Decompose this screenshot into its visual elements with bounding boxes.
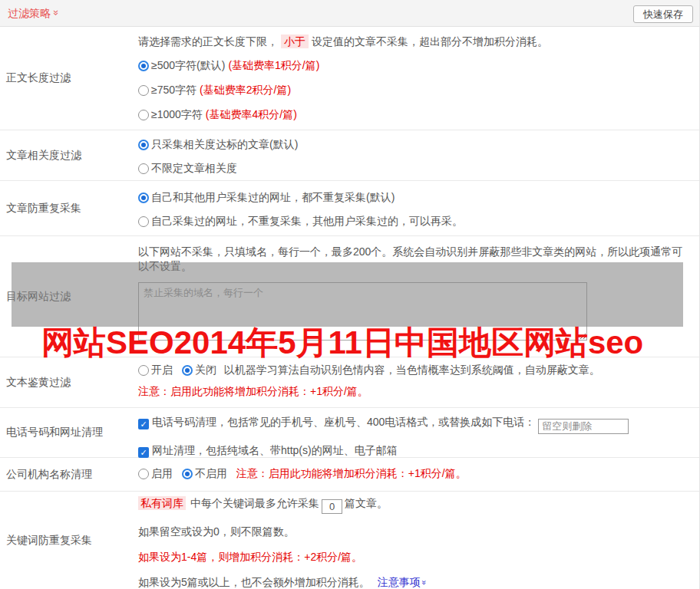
- radio-icon[interactable]: [138, 85, 149, 96]
- porn-filter-options: 开启 关闭 以机器学习算法自动识别色情内容，当色情概率达到系统阈值，自动屏蔽文章…: [138, 363, 699, 377]
- notice-link[interactable]: 注意事项»: [378, 576, 426, 588]
- gray-selection-overlay: [12, 262, 683, 327]
- option-label: 自己采集过的网址，不重复采集，其他用户采集过的，可以再采。: [151, 215, 463, 227]
- porn-filter-description: 以机器学习算法自动识别色情内容，当色情概率达到系统阈值，自动屏蔽文章。: [224, 364, 600, 376]
- radio-icon[interactable]: [138, 110, 149, 120]
- keyword-note-zero: 如果留空或设为0，则不限篇数。: [138, 525, 699, 539]
- option-cost-note: (基础费率4积分/篇): [206, 108, 297, 120]
- url-clean-option[interactable]: 网址清理，包括纯域名、带http(s)的网址、电子邮箱: [138, 443, 699, 458]
- option-label: 开启: [151, 364, 173, 376]
- option-label: 启用: [151, 467, 173, 479]
- option-dedup-all-users[interactable]: 自己和其他用户采集过的网址，都不重复采集(默认): [138, 190, 699, 205]
- row-label-keyword-dedup: 关键词防重复采集: [0, 492, 138, 589]
- company-clean-warning: 注意：启用此功能将增加积分消耗：+1积分/篇。: [236, 467, 467, 479]
- keyword-note-cost: 如果设为1-4篇，则增加积分消耗：+2积分/篇。: [138, 550, 699, 564]
- page-title[interactable]: 过滤策略»: [8, 7, 59, 21]
- option-750-chars[interactable]: ≥750字符(基础费率2积分/篇): [138, 83, 699, 97]
- checkbox-icon[interactable]: [138, 419, 149, 429]
- intro-pre: 请选择需求的正文长度下限，: [138, 35, 278, 48]
- chevron-down-icon: »: [51, 10, 62, 15]
- option-label: 网址清理，包括纯域名、带http(s)的网址、电子邮箱: [152, 444, 398, 456]
- row-content-keyword-dedup: 私有词库中每个关键词最多允许采集篇文章。 如果留空或设为0，则不限篇数。 如果设…: [138, 492, 699, 589]
- row-content-length: 正文长度过滤 请选择需求的正文长度下限，小于设定值的文章不采集，超出部分不增加积…: [0, 27, 699, 130]
- row-content-dedup: 自己和其他用户采集过的网址，都不重复采集(默认) 自己采集过的网址，不重复采集，…: [138, 181, 699, 235]
- radio-icon[interactable]: [138, 216, 149, 227]
- keyword-limit-line: 私有词库中每个关键词最多允许采集篇文章。: [138, 496, 699, 514]
- option-company-disable[interactable]: 不启用: [182, 467, 227, 479]
- option-label: 电话号码清理，包括常见的手机号、座机号、400电话格式，或替换成如下电话：: [152, 416, 535, 428]
- option-label: ≥500字符(默认): [151, 59, 225, 71]
- radio-icon[interactable]: [182, 469, 193, 479]
- row-content-content-length: 请选择需求的正文长度下限，小于设定值的文章不采集，超出部分不增加积分消耗。 ≥5…: [138, 27, 699, 130]
- checkbox-icon[interactable]: [138, 447, 149, 458]
- option-cost-note: (基础费率1积分/篇): [228, 59, 319, 71]
- option-relevance-any[interactable]: 不限定文章相关度: [138, 161, 699, 176]
- row-dedup: 文章防重复采集 自己和其他用户采集过的网址，都不重复采集(默认) 自己采集过的网…: [0, 181, 699, 236]
- radio-icon[interactable]: [138, 140, 149, 150]
- red-watermark-text: 网站SEO2014年5月11日中国地区网站seo: [41, 321, 643, 364]
- option-relevance-only[interactable]: 只采集相关度达标的文章(默认): [138, 137, 699, 152]
- option-cost-note: (基础费率2积分/篇): [200, 84, 291, 96]
- notice-link-text: 注意事项: [378, 576, 421, 588]
- intro-post: 设定值的文章不采集，超出部分不增加积分消耗。: [312, 35, 548, 48]
- row-company-clean: 公司机构名称清理 启用 不启用 注意：启用此功能将增加积分消耗：+1积分/篇。: [0, 458, 699, 492]
- company-clean-options: 启用 不启用 注意：启用此功能将增加积分消耗：+1积分/篇。: [138, 466, 699, 481]
- row-phone-url-clean: 电话号码和网址清理 电话号码清理，包括常见的手机号、座机号、400电话格式，或替…: [0, 408, 699, 458]
- row-label-dedup: 文章防重复采集: [0, 181, 138, 235]
- keyword-note-five: 如果设为5篇或以上，也不会额外增加积分消耗。 注意事项»: [138, 575, 699, 589]
- content-length-intro: 请选择需求的正文长度下限，小于设定值的文章不采集，超出部分不增加积分消耗。: [138, 35, 699, 49]
- row-label-relevance: 文章相关度过滤: [0, 130, 138, 180]
- radio-icon[interactable]: [138, 163, 149, 174]
- chevron-down-icon: »: [416, 580, 431, 584]
- private-lexicon-badge[interactable]: 私有词库: [138, 496, 186, 510]
- option-company-enable[interactable]: 启用: [138, 467, 173, 479]
- option-porn-off[interactable]: 关闭: [182, 364, 216, 376]
- header-bar: 过滤策略» 快速保存: [0, 0, 699, 27]
- row-label-company-clean: 公司机构名称清理: [0, 458, 138, 491]
- row-porn-filter: 文本鉴黄过滤 开启 关闭 以机器学习算法自动识别色情内容，当色情概率达到系统阈值…: [0, 357, 699, 408]
- row-label-phone-url-clean: 电话号码和网址清理: [0, 408, 138, 457]
- radio-icon[interactable]: [138, 365, 149, 376]
- option-label: 不限定文章相关度: [151, 162, 237, 174]
- row-keyword-dedup: 关键词防重复采集 私有词库中每个关键词最多允许采集篇文章。 如果留空或设为0，则…: [0, 492, 699, 589]
- row-content-relevance: 只采集相关度达标的文章(默认) 不限定文章相关度: [138, 130, 699, 180]
- option-500-chars[interactable]: ≥500字符(默认)(基础费率1积分/篇): [138, 58, 699, 73]
- row-content-phone-url-clean: 电话号码清理，包括常见的手机号、座机号、400电话格式，或替换成如下电话： 网址…: [138, 408, 699, 457]
- limit-text-mid: 中每个关键词最多允许采集: [190, 497, 319, 509]
- option-porn-on[interactable]: 开启: [138, 364, 173, 376]
- option-1000-chars[interactable]: ≥1000字符(基础费率4积分/篇): [138, 107, 699, 122]
- radio-icon[interactable]: [138, 61, 149, 71]
- row-label-content-length: 正文长度过滤: [0, 27, 138, 130]
- option-label: ≥750字符: [151, 84, 196, 96]
- limit-text-end: 篇文章。: [345, 497, 388, 509]
- note-five-text: 如果设为5篇或以上，也不会额外增加积分消耗。: [138, 576, 370, 588]
- radio-icon[interactable]: [182, 365, 193, 376]
- page-title-text: 过滤策略: [8, 7, 51, 19]
- filter-strategy-page: 过滤策略» 快速保存 正文长度过滤 请选择需求的正文长度下限，小于设定值的文章不…: [0, 0, 700, 589]
- row-content-porn-filter: 开启 关闭 以机器学习算法自动识别色情内容，当色情概率达到系统阈值，自动屏蔽文章…: [138, 357, 699, 407]
- radio-icon[interactable]: [138, 192, 149, 203]
- phone-clean-option[interactable]: 电话号码清理，包括常见的手机号、座机号、400电话格式，或替换成如下电话：: [138, 415, 699, 434]
- less-than-badge: 小于: [281, 35, 309, 48]
- option-dedup-self-only[interactable]: 自己采集过的网址，不重复采集，其他用户采集过的，可以再采。: [138, 214, 699, 229]
- option-label: 不启用: [195, 467, 227, 479]
- porn-filter-warning: 注意：启用此功能将增加积分消耗：+1积分/篇。: [138, 384, 699, 399]
- radio-icon[interactable]: [138, 469, 149, 479]
- quick-save-button[interactable]: 快速保存: [633, 5, 693, 23]
- option-label: 只采集相关度达标的文章(默认): [151, 138, 298, 150]
- replacement-phone-input[interactable]: [538, 419, 629, 434]
- row-content-company-clean: 启用 不启用 注意：启用此功能将增加积分消耗：+1积分/篇。: [138, 458, 699, 491]
- option-label: 自己和其他用户采集过的网址，都不重复采集(默认): [151, 191, 395, 203]
- row-label-porn-filter: 文本鉴黄过滤: [0, 357, 138, 407]
- row-relevance: 文章相关度过滤 只采集相关度达标的文章(默认) 不限定文章相关度: [0, 130, 699, 181]
- option-label: 关闭: [195, 364, 216, 376]
- max-articles-input[interactable]: [322, 499, 342, 514]
- option-label: ≥1000字符: [151, 108, 203, 120]
